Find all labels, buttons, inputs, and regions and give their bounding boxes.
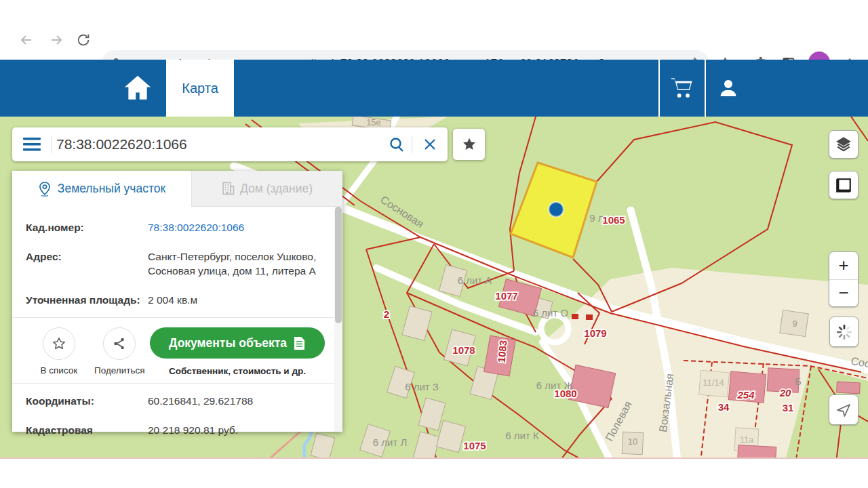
field-area: Уточненная площадь: 2 004 кв.м bbox=[12, 285, 334, 314]
menu-hamburger-icon[interactable] bbox=[12, 138, 52, 151]
map-label: 6 лит Л bbox=[373, 436, 408, 448]
field-address: Адрес: Санкт-Петербург, поселок Ушково, … bbox=[12, 242, 334, 285]
map-label: 1083 bbox=[496, 340, 509, 363]
map-label: 6 лит О bbox=[533, 307, 568, 319]
search-submit-icon[interactable] bbox=[382, 136, 412, 152]
map-label: 1080 bbox=[554, 388, 576, 399]
panel-scrollbar-thumb[interactable] bbox=[335, 207, 342, 323]
spinner-icon bbox=[835, 323, 853, 341]
locate-me-button[interactable] bbox=[829, 394, 859, 425]
tab-map[interactable]: Карта bbox=[166, 60, 234, 117]
site-header: Карта bbox=[0, 60, 868, 117]
object-documents-button[interactable]: Документы объекта bbox=[150, 327, 325, 359]
document-icon bbox=[293, 336, 306, 350]
measure-button[interactable] bbox=[829, 171, 859, 199]
layers-button[interactable] bbox=[829, 130, 859, 159]
divider bbox=[12, 383, 334, 384]
cart-button[interactable] bbox=[660, 60, 705, 117]
divider bbox=[12, 317, 334, 318]
map-label: 11а bbox=[740, 434, 754, 445]
search-clear-icon[interactable] bbox=[412, 138, 448, 151]
home-icon bbox=[123, 75, 153, 102]
field-cad-number: Кад.номер: 78:38:0022620:1066 bbox=[12, 207, 334, 242]
documents-subtitle: Собственник, стоимость и др. bbox=[169, 366, 306, 376]
page: rosreestr-doc.ru/кадастровая_карта#cad=7… bbox=[0, 0, 868, 488]
tab-house-label: Дом (здание) bbox=[240, 182, 313, 196]
documents-block: Документы объекта Собственник, стоимость… bbox=[150, 327, 325, 376]
map-label: 31 bbox=[783, 402, 794, 413]
browser-forward-icon[interactable] bbox=[46, 30, 66, 50]
tab-land-parcel[interactable]: Земельный участок bbox=[12, 171, 191, 207]
map-label: 15е bbox=[366, 117, 381, 127]
map-label: 6 лит К bbox=[505, 430, 539, 441]
tab-land-label: Земельный участок bbox=[58, 182, 165, 196]
map-label: Б bbox=[795, 375, 802, 387]
layers-icon bbox=[835, 136, 852, 153]
building-icon bbox=[222, 182, 235, 195]
browser-back-icon[interactable] bbox=[16, 30, 37, 50]
zoom-in-button[interactable]: + bbox=[829, 252, 858, 279]
field-coordinates: Координаты: 60.216841, 29.621788 bbox=[12, 386, 334, 415]
ruler-icon bbox=[835, 176, 852, 194]
panel-scrollbar[interactable] bbox=[334, 207, 342, 432]
cad-number-link[interactable]: 78:38:0022620:1066 bbox=[148, 220, 319, 235]
map-pin-icon bbox=[38, 182, 52, 197]
map-label: 1065 bbox=[602, 214, 625, 226]
navigation-arrow-icon bbox=[835, 402, 852, 418]
account-button[interactable] bbox=[706, 60, 751, 117]
layer-loading-spinner-button[interactable] bbox=[829, 317, 859, 347]
tab-house-building[interactable]: Дом (здание) bbox=[191, 171, 342, 207]
parcel-marker bbox=[549, 202, 564, 217]
panel-body: Кад.номер: 78:38:0022620:1066 Адрес: Сан… bbox=[12, 207, 334, 445]
map-label: 1079 bbox=[584, 327, 606, 339]
map-label: 9 bbox=[792, 319, 797, 329]
home-button[interactable] bbox=[108, 60, 166, 117]
map-label: 11/14 bbox=[703, 378, 724, 388]
cart-icon bbox=[670, 77, 694, 99]
star-outline-icon bbox=[52, 336, 66, 351]
map-label: 34 bbox=[718, 401, 730, 413]
favorites-button[interactable] bbox=[453, 129, 485, 160]
browser-reload-icon[interactable] bbox=[73, 30, 94, 50]
search-input[interactable] bbox=[52, 136, 382, 152]
map-label: 2 bbox=[384, 308, 389, 320]
zoom-control: + − bbox=[829, 251, 859, 307]
person-icon bbox=[717, 77, 739, 99]
map-label: 1078 bbox=[452, 344, 475, 356]
map-label: 1077 bbox=[495, 290, 517, 302]
add-to-list-button[interactable]: В список bbox=[28, 327, 90, 376]
share-parcel-button[interactable]: Поделиться bbox=[90, 327, 151, 376]
map-label: 20 bbox=[779, 387, 791, 399]
field-cadastral-value: Кадастровая 20 218 920.81 руб. bbox=[12, 415, 334, 445]
map-label: 10 bbox=[628, 436, 637, 447]
parcel-info-panel: Земельный участок Дом (здание) Кад.номер… bbox=[12, 171, 342, 432]
search-bar bbox=[12, 127, 448, 161]
map-label: 6 лит А bbox=[458, 274, 492, 286]
actions-row: В список Поделиться Документы объекта Со… bbox=[12, 321, 334, 380]
browser-toolbar: rosreestr-doc.ru/кадастровая_карта#cad=7… bbox=[0, 20, 868, 60]
star-icon bbox=[462, 137, 477, 152]
map-label: 254 bbox=[736, 389, 755, 401]
map-label: 6 лит З bbox=[405, 381, 439, 392]
map-label: 1075 bbox=[463, 440, 486, 451]
share-nodes-icon bbox=[112, 336, 127, 351]
zoom-out-button[interactable]: − bbox=[829, 279, 858, 306]
